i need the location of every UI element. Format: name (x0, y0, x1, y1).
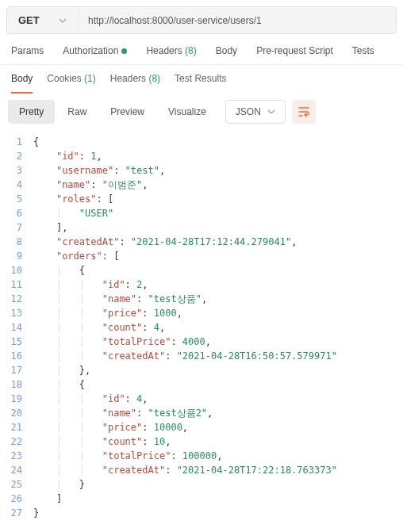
res-headers-label: Headers (110, 73, 146, 84)
response-tabs: Body Cookies (1) Headers (8) Test Result… (0, 65, 403, 94)
view-pretty-button[interactable]: Pretty (8, 100, 55, 124)
tab-prerequest[interactable]: Pre-request Script (256, 45, 333, 56)
line-num: 12 (6, 292, 22, 306)
res-tab-testresults[interactable]: Test Results (175, 73, 226, 94)
tab-headers-label: Headers (146, 45, 182, 56)
line-num: 13 (6, 306, 22, 320)
method-label: GET (18, 14, 40, 26)
line-num: 14 (6, 320, 22, 335)
v: "test상품" (148, 293, 202, 304)
line-gutter: 1 2 3 4 5 6 7 8 9 10 11 12 13 14 15 16 1… (0, 135, 33, 520)
line-num: 8 (6, 235, 22, 249)
line-num: 3 (6, 163, 22, 178)
k: "name" (56, 179, 90, 190)
line-num: 5 (6, 192, 22, 206)
line-num: 2 (6, 149, 22, 163)
k: "username" (56, 165, 113, 176)
headers-count: (8) (185, 45, 197, 56)
v: 4 (154, 322, 159, 333)
line-num: 4 (6, 178, 22, 192)
v: "2021-04-28T17:22:18.763373" (177, 465, 337, 476)
wrap-icon (297, 106, 310, 117)
k: "count" (102, 322, 143, 333)
request-tabs: Params Authorization Headers (8) Body Pr… (0, 40, 403, 65)
k: "name" (102, 408, 136, 419)
k: "id" (102, 279, 125, 290)
code-body[interactable]: { "id": 1, "username": "test", "name": "… (33, 135, 403, 520)
v: "test상품2" (148, 408, 208, 419)
request-bar: GET (6, 6, 397, 34)
line-num: 15 (6, 335, 22, 349)
line-num: 22 (6, 434, 22, 449)
line-num: 23 (6, 449, 22, 463)
v: "test" (125, 165, 159, 176)
code-area: 1 2 3 4 5 6 7 8 9 10 11 12 13 14 15 16 1… (0, 130, 403, 530)
chevron-down-icon (59, 18, 67, 23)
v: "2021-04-28T16:50:57.579971" (177, 350, 337, 362)
v: 10 (154, 436, 165, 447)
line-num: 27 (6, 506, 22, 520)
res-cookies-label: Cookies (47, 73, 81, 84)
v: "2021-04-28T17:12:44.279041" (131, 236, 291, 247)
auth-active-dot (121, 48, 127, 54)
tab-headers[interactable]: Headers (8) (146, 45, 196, 56)
line-num: 18 (6, 377, 22, 392)
view-visualize-button[interactable]: Visualize (157, 100, 217, 124)
tab-authorization[interactable]: Authorization (63, 45, 127, 56)
tab-auth-label: Authorization (63, 45, 118, 56)
k: "count" (102, 436, 143, 447)
line-num: 16 (6, 349, 22, 363)
chevron-down-icon (267, 109, 275, 114)
k: "createdAt" (102, 465, 165, 476)
res-headers-count: (8) (148, 73, 160, 84)
view-preview-button[interactable]: Preview (99, 100, 155, 124)
k: "id" (56, 151, 79, 162)
v: 1 (90, 151, 96, 162)
k: "orders" (56, 251, 102, 262)
line-num: 21 (6, 420, 22, 434)
method-select[interactable]: GET (7, 7, 79, 33)
format-label: JSON (236, 106, 261, 117)
line-num: 7 (6, 220, 22, 235)
tab-tests[interactable]: Tests (352, 45, 374, 56)
wrap-lines-button[interactable] (292, 100, 316, 124)
format-select[interactable]: JSON (225, 100, 286, 124)
line-num: 19 (6, 392, 22, 406)
k: "price" (102, 422, 143, 433)
k: "roles" (56, 193, 97, 205)
cookies-count: (1) (84, 73, 96, 84)
k: "id" (102, 393, 125, 404)
line-num: 25 (6, 477, 22, 492)
k: "createdAt" (102, 350, 165, 362)
k: "totalPrice" (102, 336, 171, 347)
tab-params[interactable]: Params (11, 45, 44, 56)
res-tab-cookies[interactable]: Cookies (1) (47, 73, 95, 94)
line-num: 9 (6, 249, 22, 263)
k: "totalPrice" (102, 450, 171, 461)
v: 10000 (154, 422, 182, 433)
v: 1000 (154, 308, 177, 319)
view-raw-button[interactable]: Raw (56, 100, 98, 124)
line-num: 20 (6, 406, 22, 420)
k: "name" (102, 293, 136, 304)
line-num: 6 (6, 206, 22, 220)
line-num: 17 (6, 363, 22, 377)
line-num: 11 (6, 277, 22, 292)
v: "이범준" (102, 179, 142, 190)
v: 4000 (182, 336, 205, 347)
v: "USER" (79, 208, 113, 219)
line-num: 1 (6, 135, 22, 149)
brace: { (33, 136, 39, 147)
line-num: 10 (6, 263, 22, 277)
k: "createdAt" (56, 236, 119, 247)
res-tab-headers[interactable]: Headers (8) (110, 73, 160, 94)
line-num: 26 (6, 492, 22, 506)
tab-body[interactable]: Body (216, 45, 237, 56)
v: 100000 (182, 450, 217, 461)
line-num: 24 (6, 463, 22, 477)
url-input[interactable] (79, 7, 396, 33)
view-bar: Pretty Raw Preview Visualize JSON (0, 94, 403, 130)
k: "price" (102, 308, 143, 319)
res-tab-body[interactable]: Body (11, 73, 33, 94)
